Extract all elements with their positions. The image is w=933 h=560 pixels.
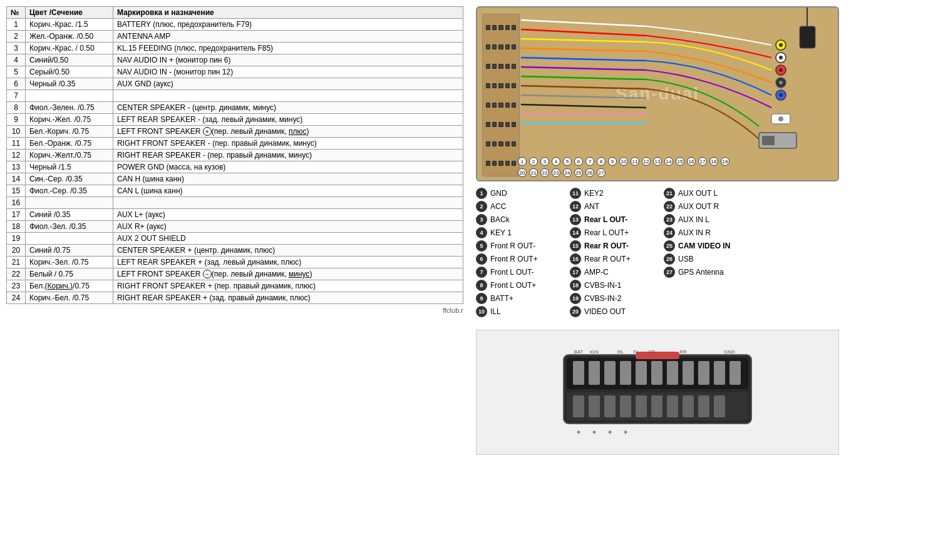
table-row: 3Корич.-Крас. / 0.50KL.15 FEEDING (плюс,… (7, 43, 463, 54)
cell-color: Син.-Сер. /0.35 (25, 173, 113, 185)
cell-color: Фиол.-Зел. /0.35 (25, 221, 113, 233)
connector-label: GND (490, 189, 507, 198)
connector-number: 21 (664, 188, 675, 199)
cell-num: 23 (7, 280, 26, 292)
svg-rect-25 (762, 136, 775, 145)
connector-number: 2 (476, 201, 487, 212)
svg-rect-41 (636, 352, 679, 359)
cell-color: Жел.-Оранж. /0.50 (25, 31, 113, 43)
connector-item: 5Front R OUT- (476, 240, 557, 252)
connector-item: 7Front L OUT- (476, 267, 557, 278)
cell-desc: RIGHT REAR SPEAKER + (зад. правый динами… (113, 292, 463, 304)
cell-desc: RIGHT FRONT SPEAKER - (пер. правый динам… (113, 138, 463, 150)
svg-line-0 (521, 20, 646, 26)
connector-item: 17AMP-C (570, 267, 651, 278)
connector-label: BATT+ (490, 294, 513, 303)
connector-number: 18 (570, 280, 581, 291)
svg-rect-46 (620, 395, 631, 417)
connector-item: 9BATT+ (476, 293, 557, 304)
cell-color: Белый / 0.75 (25, 268, 113, 280)
svg-rect-26 (800, 26, 815, 48)
cell-num: 21 (7, 257, 26, 268)
cell-color: Синий /0.35 (25, 209, 113, 221)
connector-item: 24AUX IN R (664, 227, 745, 238)
cell-num: 5 (7, 66, 26, 78)
connector-column: 21AUX OUT L22AUX OUT R23AUX IN L24AUX IN… (664, 188, 745, 317)
connector-label: AUX IN L (678, 215, 709, 224)
connector-number: 26 (664, 253, 675, 265)
connector-label: KEY2 (584, 189, 604, 198)
connector-item: 3BACk (476, 214, 557, 225)
svg-line-2 (521, 39, 646, 42)
cell-num: 12 (7, 150, 26, 161)
cell-desc: NAV AUDIO IN - (монитор пин 12) (113, 66, 463, 78)
connector-number: 14 (570, 227, 581, 238)
connector-label: Rear R OUT+ (584, 255, 631, 263)
connector-label: GPS Antenna (678, 268, 724, 277)
svg-rect-34 (636, 361, 647, 385)
connector-label: ACC (490, 202, 506, 211)
cell-desc: LEFT FRONT SPEAKER −(пер. левый динамик,… (113, 268, 463, 280)
connector-item: 26USB (664, 253, 745, 265)
svg-rect-40 (729, 361, 741, 385)
cell-color: Синий/0.50 (25, 54, 113, 66)
connector-label: KEY 1 (490, 228, 512, 237)
svg-line-3 (521, 48, 646, 51)
cell-color: Корич.-Бел. /0.75 (25, 292, 113, 304)
svg-text:IGN: IGN (590, 349, 599, 355)
cell-num: 6 (7, 78, 26, 90)
svg-text:+: + (576, 428, 580, 437)
connector-label: Front R OUT- (490, 242, 535, 250)
table-row: 12Корич.-Желт./0.75RIGHT REAR SPEAKER - … (7, 150, 463, 161)
svg-rect-52 (714, 395, 725, 417)
svg-rect-35 (651, 361, 662, 385)
connector-item: 13Rear L OUT- (570, 214, 651, 225)
wiring-table: № Цвет /Сечение Маркировка и назначение … (6, 6, 463, 304)
connector-label: ANT (584, 202, 599, 211)
cell-color: Черный /0.35 (25, 78, 113, 90)
connector-label: USB (678, 255, 694, 263)
connector-label: AUX OUT R (678, 202, 719, 211)
table-row: 16 (7, 197, 463, 209)
cell-desc: AUX R+ (аукс) (113, 221, 463, 233)
svg-line-7 (521, 86, 646, 89)
cell-color: Корич.-Жел. /0.75 (25, 114, 113, 126)
table-row: 15Фиол.-Сер. /0.35CAN L (шина канн) (7, 185, 463, 197)
svg-rect-51 (698, 395, 709, 417)
svg-line-6 (521, 76, 646, 79)
svg-rect-43 (573, 395, 584, 417)
svg-rect-48 (651, 395, 662, 417)
cell-color: Бел.-Корич. /0.75 (25, 126, 113, 138)
cell-desc: LEFT REAR SPEAKER - (зад. левый динамик,… (113, 114, 463, 126)
wires-svg (521, 8, 822, 181)
cell-color: Бел.(Корич.)/0.75 (25, 280, 113, 292)
cell-num: 3 (7, 43, 26, 54)
connector-item: 14Rear L OUT+ (570, 227, 651, 238)
svg-point-23 (778, 116, 783, 121)
device-image: San-dual (476, 6, 839, 181)
cell-num: 2 (7, 31, 26, 43)
cell-num: 22 (7, 268, 26, 280)
svg-point-15 (779, 56, 783, 59)
connector-item: 16Rear R OUT+ (570, 253, 651, 265)
cell-num: 14 (7, 173, 26, 185)
cell-num: 11 (7, 138, 26, 150)
connector-item: 18CVBS-IN-1 (570, 280, 651, 291)
connector-number: 10 (476, 306, 487, 317)
connector-number: 17 (570, 267, 581, 278)
connector-number: 1 (476, 188, 487, 199)
connector-label: ILL (490, 307, 501, 316)
svg-rect-32 (604, 361, 616, 385)
svg-text:+: + (607, 428, 612, 437)
svg-point-21 (779, 93, 783, 97)
table-row: 5Серый/0.50NAV AUDIO IN - (монитор пин 1… (7, 66, 463, 78)
cell-color: Серый/0.50 (25, 66, 113, 78)
cell-color: Фиол.-Сер. /0.35 (25, 185, 113, 197)
svg-point-13 (779, 43, 783, 47)
svg-rect-49 (667, 395, 678, 417)
connector-number: 16 (570, 253, 581, 265)
cell-num: 1 (7, 19, 26, 31)
connector-item: 12ANT (570, 201, 651, 212)
connector-number: 27 (664, 267, 675, 278)
svg-line-5 (521, 67, 646, 70)
